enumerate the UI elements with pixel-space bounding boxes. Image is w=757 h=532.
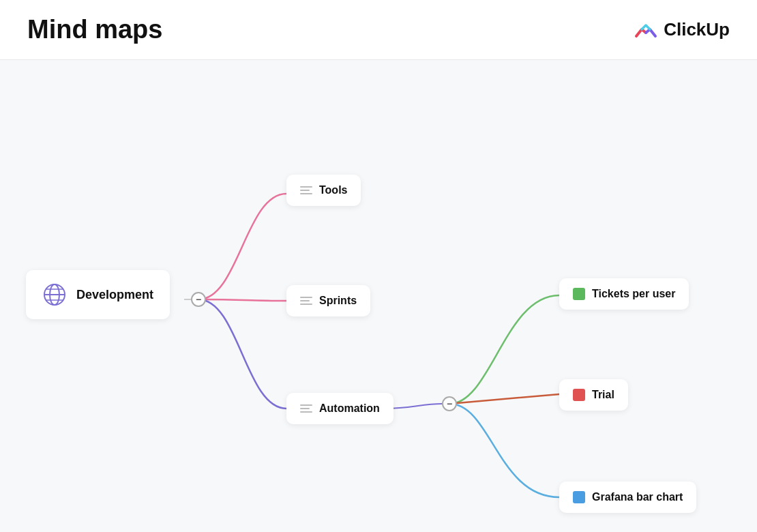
main-connector-circle[interactable]: − <box>191 292 206 307</box>
node-automation[interactable]: Automation <box>286 393 394 424</box>
node-trial-label: Trial <box>592 389 614 401</box>
list-icon-automation <box>300 404 312 413</box>
node-sprints[interactable]: Sprints <box>286 285 370 316</box>
automation-connector-circle[interactable]: − <box>442 396 457 411</box>
node-tools[interactable]: Tools <box>286 175 361 206</box>
node-trial[interactable]: Trial <box>559 379 628 411</box>
red-square-icon <box>573 389 585 401</box>
blue-square-icon <box>573 491 585 503</box>
globe-icon <box>42 282 67 307</box>
header: Mind maps ClickUp <box>0 0 757 60</box>
node-development[interactable]: Development <box>26 270 170 319</box>
node-grafana[interactable]: Grafana bar chart <box>559 482 696 513</box>
logo-text: ClickUp <box>664 19 730 40</box>
page-title: Mind maps <box>27 15 162 44</box>
svg-line-1 <box>449 394 559 404</box>
list-icon-tools <box>300 186 312 194</box>
node-development-label: Development <box>76 288 153 302</box>
green-square-icon <box>573 288 585 300</box>
mind-map-canvas: Development − Tools Sprints Automation −… <box>0 60 757 532</box>
node-automation-label: Automation <box>319 402 380 415</box>
clickup-logo-icon <box>634 18 658 42</box>
node-tools-label: Tools <box>319 184 347 196</box>
node-grafana-label: Grafana bar chart <box>592 491 683 503</box>
logo-area: ClickUp <box>634 18 730 42</box>
node-sprints-label: Sprints <box>319 295 357 307</box>
node-tickets[interactable]: Tickets per user <box>559 278 689 310</box>
node-tickets-label: Tickets per user <box>592 288 675 300</box>
list-icon-sprints <box>300 297 312 305</box>
